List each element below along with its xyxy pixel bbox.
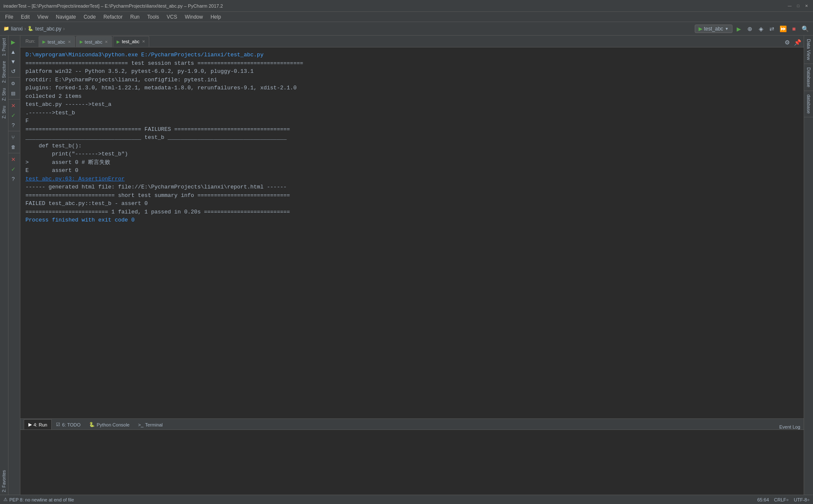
status-line-ending[interactable]: CRLF÷ bbox=[774, 497, 789, 502]
status-left: ⚠ PEP 8: no newline at end of file bbox=[3, 497, 74, 502]
coverage-button[interactable]: ⊕ bbox=[745, 24, 755, 33]
main-layout: 1: Project 2: Structure Z: Stru Z: Stru … bbox=[0, 36, 813, 495]
bottom-tabs: ▶4: Run☑6: TODO🐍Python Console>_Terminal… bbox=[20, 419, 804, 430]
bottom-tab-icon-0: ▶ bbox=[28, 422, 32, 427]
menu-item-window[interactable]: Window bbox=[181, 13, 206, 21]
menu-item-refactor[interactable]: Refactor bbox=[100, 13, 126, 21]
menu-item-vcs[interactable]: VCS bbox=[163, 13, 181, 21]
menu-item-edit[interactable]: Edit bbox=[17, 13, 33, 21]
menu-item-navigate[interactable]: Navigate bbox=[53, 13, 79, 21]
run-check-green-1[interactable]: ✓ bbox=[8, 111, 18, 120]
profile-button[interactable]: ◈ bbox=[756, 24, 766, 33]
title-bar: ireaderTest – [E:\PycharmProjects\ireade… bbox=[0, 0, 813, 12]
run-fwd-button[interactable]: ⏩ bbox=[778, 24, 788, 33]
console-line[interactable]: test abc.py:63: AssertionError bbox=[25, 175, 799, 183]
run-play-button[interactable] bbox=[8, 37, 18, 47]
status-warning-icon: ⚠ bbox=[3, 497, 8, 502]
run-tab-close-0[interactable]: ✕ bbox=[68, 40, 71, 44]
stop-button[interactable]: ■ bbox=[789, 24, 799, 33]
sidebar-item-favorites[interactable]: 2: Favorites bbox=[2, 468, 6, 495]
folder-icon: 📁 bbox=[3, 26, 9, 31]
run-x-red-2[interactable]: ✕ bbox=[8, 155, 18, 164]
breadcrumb-file[interactable]: test_abc.py bbox=[35, 26, 61, 32]
console-line: platform win32 -- Python 3.5.2, pytest-6… bbox=[25, 67, 799, 76]
run-tab-settings[interactable]: ⚙ bbox=[782, 38, 792, 47]
run-config-label: test_abc bbox=[704, 26, 723, 32]
sidebar-item-zstru1[interactable]: Z: Stru bbox=[2, 86, 6, 103]
minimize-button[interactable]: — bbox=[787, 3, 793, 9]
run-check-green-2[interactable]: ✓ bbox=[8, 164, 18, 174]
toolbar: 📁 lianxi › 🐍 test_abc.py › ▶ test_abc ▼ … bbox=[0, 22, 813, 36]
status-bar: ⚠ PEP 8: no newline at end of file 65:64… bbox=[0, 495, 813, 504]
run-question-1[interactable]: ? bbox=[8, 120, 18, 130]
breadcrumb-sep2: › bbox=[63, 26, 65, 32]
run-config-selector[interactable]: ▶ test_abc ▼ bbox=[695, 25, 732, 33]
run-filter-button[interactable]: ▤ bbox=[8, 89, 18, 98]
bottom-tab-2[interactable]: 🐍Python Console bbox=[85, 419, 134, 429]
run-tab-actions: ⚙ 📌 bbox=[782, 38, 804, 47]
menu-item-view[interactable]: View bbox=[34, 13, 52, 21]
run-tab-1[interactable]: ▶ test_abc ✕ bbox=[76, 36, 112, 47]
run-tab-close-2[interactable]: ✕ bbox=[142, 39, 145, 44]
right-panel-dataview[interactable]: Data View bbox=[804, 36, 813, 64]
concurrency-button[interactable]: ⇄ bbox=[767, 24, 777, 33]
menu-item-tools[interactable]: Tools bbox=[144, 13, 162, 21]
console-line: test_abc.py ------->test_a bbox=[25, 100, 799, 109]
run-reload-button[interactable]: ↺ bbox=[8, 66, 18, 76]
run-trash-button[interactable]: 🗑 bbox=[8, 142, 18, 152]
run-down-button[interactable] bbox=[8, 57, 18, 66]
title-text: ireaderTest – [E:\PycharmProjects\ireade… bbox=[3, 3, 223, 8]
center-area: Run: ▶ test_abc ✕ ▶ test_abc ✕ ▶ test_ab… bbox=[20, 36, 804, 495]
console-output: D:\myprogram\Miniconda3\python.exe E:/Py… bbox=[20, 47, 804, 418]
menu-item-code[interactable]: Code bbox=[80, 13, 99, 21]
right-panel-database2[interactable]: database bbox=[804, 91, 813, 117]
run-tab-icon-1: ▶ bbox=[80, 39, 83, 44]
sidebar-item-project[interactable]: 1: Project bbox=[2, 36, 6, 58]
run-tab-0[interactable]: ▶ test_abc ✕ bbox=[39, 36, 75, 47]
run-up-button[interactable] bbox=[8, 47, 18, 56]
menu-item-run[interactable]: Run bbox=[127, 13, 143, 21]
bottom-tab-label-0: 4: Run bbox=[33, 422, 47, 427]
bottom-tab-3[interactable]: >_Terminal bbox=[134, 419, 167, 429]
status-position[interactable]: 65:64 bbox=[757, 497, 769, 502]
sidebar-item-structure[interactable]: 2: Structure bbox=[2, 58, 6, 86]
breadcrumb-sep1: › bbox=[24, 26, 26, 32]
menu-item-file[interactable]: File bbox=[2, 13, 17, 21]
console-line: =============================== test ses… bbox=[25, 59, 799, 68]
status-encoding[interactable]: UTF-8÷ bbox=[794, 497, 810, 502]
bottom-tab-0[interactable]: ▶4: Run bbox=[24, 419, 52, 429]
console-line: > assert 0 # 断言失败 bbox=[25, 158, 799, 167]
search-everywhere-button[interactable]: 🔍 bbox=[800, 24, 810, 33]
console-line: D:\myprogram\Miniconda3\python.exe E:/Py… bbox=[25, 51, 799, 59]
bottom-tab-icon-2: 🐍 bbox=[89, 422, 95, 427]
run-settings-button[interactable]: ⚙ bbox=[8, 79, 18, 88]
console-line: def test_b(): bbox=[25, 142, 799, 150]
maximize-button[interactable]: □ bbox=[795, 3, 801, 9]
console-line: =================================== FAIL… bbox=[25, 125, 799, 134]
console-line: collected 2 items bbox=[25, 92, 799, 101]
run-label: Run: bbox=[22, 36, 39, 47]
run-controls-panel: ↺ ⚙ ▤ ✕ ✓ ? ⑂ 🗑 ✕ ✓ ? bbox=[8, 36, 20, 495]
sidebar-item-zstru2[interactable]: Z: Stru bbox=[2, 103, 6, 121]
run-tab-pin[interactable]: 📌 bbox=[793, 38, 802, 47]
status-right: 65:64 CRLF÷ UTF-8÷ bbox=[757, 497, 810, 502]
bottom-tab-icon-3: >_ bbox=[138, 422, 144, 427]
right-panel-database1[interactable]: Database bbox=[804, 64, 813, 91]
run-fork-button[interactable]: ⑂ bbox=[8, 133, 18, 142]
run-question-2[interactable]: ? bbox=[8, 174, 18, 183]
close-button[interactable]: ✕ bbox=[804, 3, 810, 9]
run-tab-2[interactable]: ▶ test_abc ✕ bbox=[113, 36, 149, 47]
bottom-panel: ▶4: Run☑6: TODO🐍Python Console>_Terminal… bbox=[20, 418, 804, 495]
run-tab-close-1[interactable]: ✕ bbox=[105, 40, 108, 44]
run-x-red-1[interactable]: ✕ bbox=[8, 101, 18, 110]
bottom-tab-1[interactable]: ☑6: TODO bbox=[52, 419, 85, 429]
run-button[interactable] bbox=[734, 24, 743, 33]
status-message: PEP 8: no newline at end of file bbox=[9, 497, 74, 502]
console-line: E assert 0 bbox=[25, 166, 799, 175]
event-log-button[interactable]: Event Log bbox=[776, 424, 804, 429]
breadcrumb-folder[interactable]: lianxi bbox=[11, 26, 22, 32]
bottom-tab-label-3: Terminal bbox=[145, 422, 163, 427]
menu-item-help[interactable]: Help bbox=[207, 13, 225, 21]
run-icon-small: ▶ bbox=[699, 26, 702, 32]
run-tab-label-0: test_abc bbox=[47, 39, 65, 44]
